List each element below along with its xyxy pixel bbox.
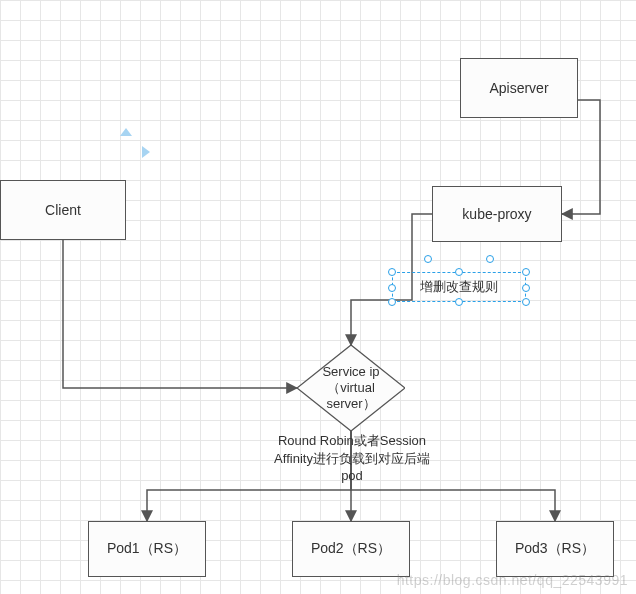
node-apiserver-label: Apiserver <box>489 80 548 96</box>
node-service-label: Service ip （virtual server） <box>297 345 405 431</box>
annotation-rules-label: 增删改查规则 <box>420 278 498 296</box>
node-pod2[interactable]: Pod2（RS） <box>292 521 410 577</box>
selection-handle[interactable] <box>388 268 396 276</box>
node-pod2-label: Pod2（RS） <box>311 540 391 558</box>
selection-handle[interactable] <box>424 255 432 263</box>
annotation-loadbalance: Round Robin或者Session Affinity进行负载到对应后端 p… <box>256 432 448 485</box>
selection-handle[interactable] <box>522 284 530 292</box>
selection-handle[interactable] <box>522 298 530 306</box>
selection-handle[interactable] <box>486 255 494 263</box>
node-service[interactable]: Service ip （virtual server） <box>297 345 405 431</box>
node-pod3-label: Pod3（RS） <box>515 540 595 558</box>
edge-client-service <box>63 240 297 388</box>
node-client-label: Client <box>45 202 81 218</box>
node-pod1-label: Pod1（RS） <box>107 540 187 558</box>
node-pod3[interactable]: Pod3（RS） <box>496 521 614 577</box>
diagram-canvas: Apiserver Client kube-proxy Service ip （… <box>0 0 636 594</box>
node-kubeproxy-label: kube-proxy <box>462 206 531 222</box>
node-kubeproxy[interactable]: kube-proxy <box>432 186 562 242</box>
selection-handle[interactable] <box>455 268 463 276</box>
selection-handle[interactable] <box>455 298 463 306</box>
selection-handle[interactable] <box>388 284 396 292</box>
annotation-rules-selected[interactable]: 增删改查规则 <box>392 272 526 302</box>
node-apiserver[interactable]: Apiserver <box>460 58 578 118</box>
selection-handle[interactable] <box>388 298 396 306</box>
node-client[interactable]: Client <box>0 180 126 240</box>
selection-handle[interactable] <box>522 268 530 276</box>
node-pod1[interactable]: Pod1（RS） <box>88 521 206 577</box>
